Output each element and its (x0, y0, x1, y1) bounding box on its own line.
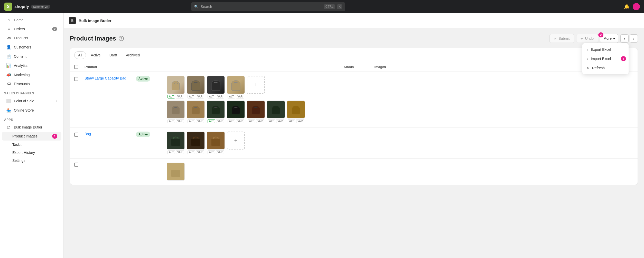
dropdown-item-refresh[interactable]: ↻ Refresh (582, 63, 629, 73)
sidebar-sub-item-settings[interactable]: Settings (2, 157, 61, 164)
dropdown-item-import-excel[interactable]: ↓ Import Excel 3 (582, 54, 629, 63)
row1-image-row-1: ALT VAR ALT VAR (167, 76, 633, 98)
app-header: B Bulk Image Butler (64, 13, 644, 28)
home-icon: ⌂ (6, 18, 11, 22)
product-image[interactable] (287, 101, 305, 118)
undo-button[interactable]: ↩ Undo (576, 34, 598, 43)
image-labels: ALT VAR (188, 119, 204, 123)
product-image[interactable] (207, 76, 225, 94)
shopify-wordmark: shopify (14, 4, 29, 9)
products-icon: 🛍 (6, 36, 11, 40)
row2-images-cell: ALT VAR ALT VAR (167, 132, 633, 154)
product-image[interactable] (167, 101, 185, 118)
sidebar-label-customers: Customers (14, 45, 57, 49)
avatar[interactable] (633, 3, 640, 10)
product-image[interactable] (267, 101, 285, 118)
product-image[interactable] (167, 76, 185, 94)
sidebar-label-online-store: Online Store (14, 108, 57, 112)
sidebar-item-products[interactable]: 🛍 Products (2, 34, 61, 42)
apps-section: Apps (0, 115, 63, 123)
import-excel-badge: 3 (621, 56, 626, 61)
submit-button[interactable]: ✓ Submit (549, 34, 574, 43)
more-badge: 2 (598, 32, 603, 37)
sidebar-item-orders[interactable]: ≡ Orders 2 (2, 25, 61, 33)
sidebar-sub-item-export-history[interactable]: Export History (2, 149, 61, 156)
sidebar-label-pos: Point of Sale (14, 99, 54, 103)
product-image[interactable] (207, 101, 225, 118)
row1-product-link[interactable]: Straw Large Capacity Bag (85, 76, 126, 80)
product-image[interactable] (187, 101, 205, 118)
help-icon[interactable]: ? (119, 36, 124, 41)
row1-checkbox[interactable] (74, 77, 78, 81)
product-image[interactable] (247, 101, 265, 118)
main-layout: ⌂ Home ≡ Orders 2 🛍 Products 👤 Customers… (0, 13, 644, 258)
sidebar-item-customers[interactable]: 👤 Customers (2, 43, 61, 52)
product-image[interactable] (207, 132, 225, 150)
table-row (70, 158, 638, 185)
sidebar-sub-item-product-images[interactable]: Product Images 1 (2, 132, 61, 141)
search-input[interactable]: Search (201, 5, 322, 9)
alt-label: ALT (188, 150, 195, 154)
sidebar-item-online-store[interactable]: 🏪 Online Store (2, 106, 61, 115)
dropdown-item-export-excel[interactable]: ↑ Export Excel (582, 45, 629, 54)
orders-badge: 2 (52, 27, 57, 31)
marketing-icon: 📣 (6, 72, 11, 77)
sidebar-item-bulk-image-butler[interactable]: 🗂 Bulk Image Butler (2, 123, 61, 132)
next-arrow-button[interactable]: › (630, 34, 638, 43)
alt-label: ALT (208, 119, 215, 123)
alt-label: ALT (288, 119, 295, 123)
product-image[interactable] (187, 76, 205, 94)
row2-status-badge: Active (136, 132, 150, 137)
filter-tab-active[interactable]: Active (87, 51, 105, 59)
alt-label: ALT (208, 150, 215, 154)
sidebar-item-marketing[interactable]: 📣 Marketing (2, 70, 61, 79)
add-image-button[interactable]: + (227, 132, 245, 150)
sidebar-label-product-images: Product Images (12, 134, 50, 138)
product-image[interactable] (227, 101, 245, 118)
header-product: Product (85, 65, 344, 69)
more-button[interactable]: 2 More ▾ (600, 34, 618, 43)
sidebar-item-home[interactable]: ⌂ Home (2, 16, 61, 24)
shopify-logo[interactable]: S shopify Summer '24 (4, 3, 50, 11)
app-header-title: Bulk Image Butler (79, 18, 111, 23)
product-image[interactable] (227, 76, 245, 94)
image-labels: ALT VAR (228, 119, 244, 123)
product-table: All Active Draft Archived Product Status… (70, 48, 638, 185)
image-cell: ALT VAR (207, 76, 225, 98)
var-label: VAR (176, 119, 184, 123)
sidebar-item-point-of-sale[interactable]: ⬜ Point of Sale › (2, 96, 61, 105)
filter-tab-archived[interactable]: Archived (122, 51, 144, 59)
image-cell: ALT VAR (227, 101, 245, 123)
notification-bell-icon[interactable]: 🔔 (624, 4, 630, 9)
bulk-image-butler-icon: 🗂 (6, 125, 11, 130)
select-all-checkbox[interactable] (74, 65, 78, 69)
image-cell (167, 163, 185, 181)
sidebar-item-discounts[interactable]: 🏷 Discounts (2, 80, 61, 88)
row1-status-badge: Active (136, 76, 150, 82)
content-area: B Bulk Image Butler Product Images ? ✓ S… (64, 13, 644, 258)
season-badge: Summer '24 (31, 5, 50, 9)
row3-checkbox[interactable] (74, 163, 78, 167)
discounts-icon: 🏷 (6, 82, 11, 86)
var-label: VAR (196, 95, 204, 98)
svg-rect-0 (171, 139, 180, 146)
more-dropdown-menu: ↑ Export Excel ↓ Import Excel 3 ↻ Refres… (582, 43, 629, 74)
row2-checkbox[interactable] (74, 133, 78, 137)
product-image[interactable] (167, 163, 185, 181)
search-bar[interactable]: 🔍 Search CTRL K (191, 2, 345, 11)
prev-arrow-button[interactable]: ‹ (620, 34, 629, 43)
alt-label: ALT (188, 95, 195, 98)
product-image[interactable] (167, 132, 185, 150)
sidebar-item-analytics[interactable]: 📊 Analytics (2, 61, 61, 70)
filter-tab-draft[interactable]: Draft (106, 51, 121, 59)
image-cell: ALT VAR (287, 101, 305, 123)
image-labels: ALT VAR (188, 95, 204, 98)
sidebar-sub-item-tasks[interactable]: Tasks (2, 141, 61, 148)
product-image[interactable] (187, 132, 205, 150)
undo-icon: ↩ (581, 36, 584, 41)
sidebar-item-content[interactable]: 📄 Content (2, 52, 61, 61)
filter-tab-all[interactable]: All (74, 51, 86, 59)
submit-label: Submit (558, 36, 570, 41)
row2-product-link[interactable]: Bag (85, 132, 91, 136)
add-image-button[interactable]: + (247, 76, 265, 94)
